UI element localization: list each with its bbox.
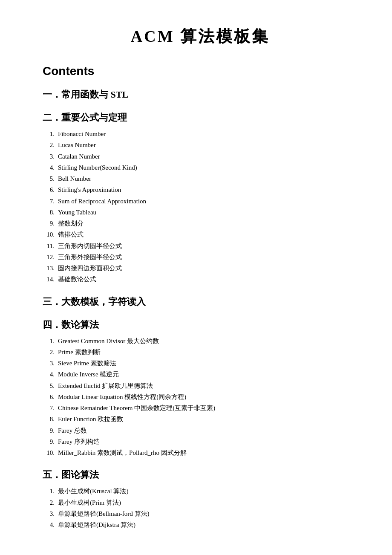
item-text: 单源最短路径(Dijkstra 算法) [58,519,358,530]
item-text: Stirling's Approximation [58,184,358,195]
list-item: 1.Fibonacci Number [43,128,358,139]
item-number: 9. [43,436,55,447]
item-number: 4. [43,162,55,173]
item-number: 2. [43,497,55,508]
item-number: 3. [43,151,55,162]
item-text: Farey 序列构造 [58,436,358,447]
item-number: 7. [43,196,55,207]
list-item: 12.三角形外接圆半径公式 [43,251,358,263]
item-text: Module Inverse 模逆元 [58,369,358,380]
item-text: 最小生成树(Prim 算法) [58,497,358,508]
item-text: 基础数论公式 [58,274,358,285]
item-text: Catalan Number [58,151,358,162]
list-section-5: 1.最小生成树(Kruscal 算法)2.最小生成树(Prim 算法)3.单源最… [43,486,358,530]
item-text: 三角形内切圆半径公式 [58,240,358,251]
item-text: Euler Function 欧拉函数 [58,413,358,425]
item-number: 10. [43,229,55,240]
list-item: 13.圆内接四边形面积公式 [43,263,358,274]
list-item: 11.三角形内切圆半径公式 [43,240,358,251]
item-number: 4. [43,369,55,380]
item-text: Stirling Number(Second Kind) [58,162,358,173]
list-item: 4.Module Inverse 模逆元 [43,369,358,380]
list-item: 8.Young Tableau [43,207,358,218]
item-text: Modular Linear Equation 模线性方程(同余方程) [58,391,358,402]
item-number: 4. [43,519,55,530]
list-item: 14.基础数论公式 [43,274,358,285]
item-number: 13. [43,263,55,274]
section-heading-2: 二．重要公式与定理 [43,111,358,124]
list-item: 6.Stirling's Approximation [43,184,358,195]
list-item: 10.Miller_Rabbin 素数测试，Pollard_rho 因式分解 [43,447,358,458]
list-item: 9.Farey 序列构造 [43,436,358,447]
item-text: 错排公式 [58,229,358,240]
item-number: 1. [43,335,55,347]
item-text: 整数划分 [58,218,358,229]
item-text: 最小生成树(Kruscal 算法) [58,486,358,497]
list-section-2: 1.Fibonacci Number2.Lucas Number3.Catala… [43,128,358,285]
list-item: 1.最小生成树(Kruscal 算法) [43,486,358,497]
section-heading-5: 五．图论算法 [43,468,358,481]
item-text: Greatest Common Divisor 最大公约数 [58,335,358,347]
item-text: Farey 总数 [58,425,358,436]
item-number: 2. [43,139,55,150]
page-title: ACM 算法模板集 [43,26,358,47]
item-number: 9. [43,218,55,229]
list-item: 3.Catalan Number [43,151,358,162]
list-item: 3.Sieve Prime 素数筛法 [43,358,358,369]
item-number: 10. [43,447,55,458]
section-heading-4: 四．数论算法 [43,318,358,331]
item-text: Chinese Remainder Theorem 中国余数定理(互素于非互素) [58,402,358,413]
list-item: 2.Prime 素数判断 [43,347,358,358]
item-text: Sieve Prime 素数筛法 [58,358,358,369]
list-item: 2.Lucas Number [43,139,358,150]
list-item: 7.Chinese Remainder Theorem 中国余数定理(互素于非互… [43,402,358,413]
list-item: 10.错排公式 [43,229,358,240]
item-number: 7. [43,402,55,413]
item-text: 单源最短路径(Bellman-ford 算法) [58,508,358,519]
item-text: 圆内接四边形面积公式 [58,263,358,274]
list-item: 7.Sum of Reciprocal Approximation [43,196,358,207]
item-number: 5. [43,380,55,391]
item-number: 8. [43,413,55,425]
list-item: 6.Modular Linear Equation 模线性方程(同余方程) [43,391,358,402]
item-number: 1. [43,486,55,497]
item-text: Miller_Rabbin 素数测试，Pollard_rho 因式分解 [58,447,358,458]
item-number: 3. [43,508,55,519]
list-item: 3.单源最短路径(Bellman-ford 算法) [43,508,358,519]
item-number: 8. [43,207,55,218]
list-item: 8.Euler Function 欧拉函数 [43,413,358,425]
item-number: 1. [43,128,55,139]
list-item: 9.Farey 总数 [43,425,358,436]
item-text: Lucas Number [58,139,358,150]
item-number: 14. [43,274,55,285]
item-number: 6. [43,184,55,195]
section-heading-3: 三．大数模板，字符读入 [43,295,358,308]
list-item: 4.单源最短路径(Dijkstra 算法) [43,519,358,530]
item-number: 9. [43,425,55,436]
list-section-4: 1.Greatest Common Divisor 最大公约数2.Prime 素… [43,335,358,459]
list-item: 2.最小生成树(Prim 算法) [43,497,358,508]
item-number: 5. [43,173,55,184]
item-text: Fibonacci Number [58,128,358,139]
item-number: 3. [43,358,55,369]
section-heading-1: 一．常用函数与 STL [43,88,358,101]
item-text: Young Tableau [58,207,358,218]
list-item: 5.Extended Euclid 扩展欧几里德算法 [43,380,358,391]
item-number: 11. [43,240,55,251]
item-number: 6. [43,391,55,402]
list-item: 5.Bell Number [43,173,358,184]
list-item: 4.Stirling Number(Second Kind) [43,162,358,173]
item-text: 三角形外接圆半径公式 [58,251,358,263]
list-item: 1.Greatest Common Divisor 最大公约数 [43,335,358,347]
item-text: Bell Number [58,173,358,184]
contents-heading: Contents [43,64,358,78]
item-number: 12. [43,251,55,263]
item-text: Sum of Reciprocal Approximation [58,196,358,207]
sections-container: 一．常用函数与 STL二．重要公式与定理1.Fibonacci Number2.… [43,88,358,530]
item-text: Prime 素数判断 [58,347,358,358]
list-item: 9.整数划分 [43,218,358,229]
item-number: 2. [43,347,55,358]
item-text: Extended Euclid 扩展欧几里德算法 [58,380,358,391]
